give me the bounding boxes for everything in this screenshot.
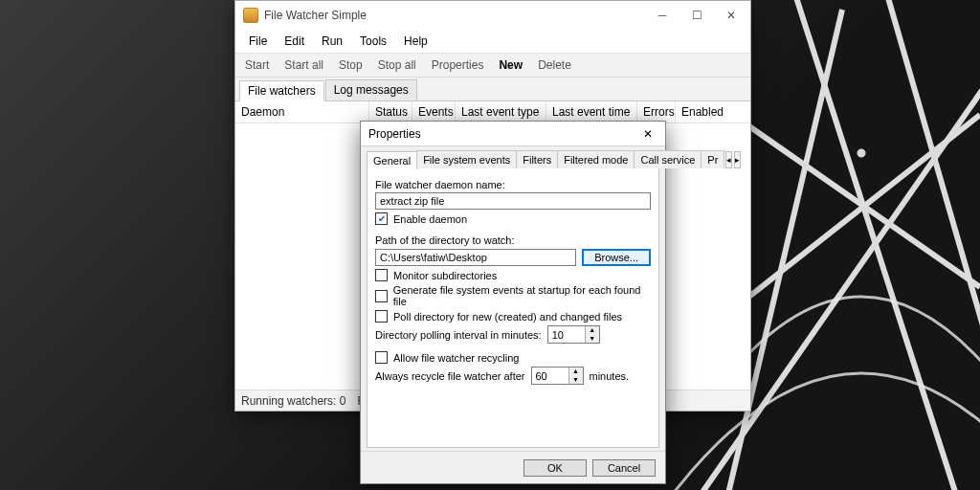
- menubar: File Edit Run Tools Help: [235, 30, 750, 54]
- tab-scroll-right-icon[interactable]: ▸: [734, 151, 741, 168]
- dlg-tab-call-service[interactable]: Call service: [634, 150, 702, 168]
- dialog-tabs: General File system events Filters Filte…: [361, 146, 665, 168]
- main-tabs: File watchers Log messages: [235, 78, 750, 100]
- col-last-type[interactable]: Last event type: [456, 101, 546, 122]
- menu-help[interactable]: Help: [396, 32, 435, 51]
- col-errors[interactable]: Errors: [637, 101, 676, 122]
- tab-log-messages[interactable]: Log messages: [325, 79, 417, 100]
- tab-scroll-left-icon[interactable]: ◂: [725, 151, 732, 168]
- dlg-tab-more[interactable]: Pr: [701, 150, 724, 168]
- chevron-up-icon[interactable]: ▲: [569, 368, 583, 376]
- dialog-titlebar: Properties ✕: [361, 122, 665, 146]
- allow-recycling-label: Allow file watcher recycling: [393, 352, 519, 364]
- poll-interval-spinner[interactable]: ▲▼: [547, 325, 600, 344]
- recycle-after-unit: minutes.: [590, 370, 630, 382]
- path-label: Path of the directory to watch:: [375, 234, 651, 246]
- cancel-button[interactable]: Cancel: [592, 459, 656, 477]
- monitor-sub-label: Monitor subdirectories: [393, 270, 497, 281]
- dlg-tab-general[interactable]: General: [367, 151, 417, 169]
- col-events[interactable]: Events: [412, 101, 456, 122]
- dlg-tab-filters[interactable]: Filters: [516, 150, 558, 168]
- tool-delete[interactable]: Delete: [531, 56, 578, 74]
- col-daemon[interactable]: Daemon: [235, 101, 369, 122]
- tool-stop-all[interactable]: Stop all: [371, 56, 423, 74]
- chevron-down-icon[interactable]: ▼: [586, 335, 599, 344]
- ok-button[interactable]: OK: [523, 459, 587, 477]
- enable-daemon-label: Enable daemon: [393, 213, 467, 225]
- window-title: File Watcher Simple: [264, 9, 645, 22]
- poll-label: Poll directory for new (created) and cha…: [393, 311, 622, 323]
- path-input[interactable]: [375, 249, 576, 266]
- allow-recycling-checkbox[interactable]: [375, 351, 388, 364]
- menu-run[interactable]: Run: [314, 32, 350, 51]
- recycle-after-label: Always recycle file watcher after: [375, 370, 525, 382]
- gen-events-checkbox[interactable]: [375, 290, 388, 302]
- browse-button[interactable]: Browse...: [582, 249, 651, 266]
- poll-interval-input[interactable]: [548, 326, 585, 343]
- toolbar: Start Start all Stop Stop all Properties…: [235, 54, 750, 78]
- dialog-close-button[interactable]: ✕: [633, 122, 663, 145]
- menu-edit[interactable]: Edit: [277, 32, 312, 51]
- minimize-button[interactable]: ─: [645, 2, 679, 29]
- recycle-after-spinner[interactable]: ▲▼: [531, 367, 584, 385]
- tool-properties[interactable]: Properties: [425, 56, 491, 74]
- titlebar: File Watcher Simple ─ ☐ ✕: [235, 1, 750, 30]
- properties-dialog: Properties ✕ General File system events …: [360, 121, 666, 484]
- close-button[interactable]: ✕: [714, 2, 748, 29]
- dialog-title: Properties: [368, 127, 633, 141]
- chevron-up-icon[interactable]: ▲: [586, 326, 599, 335]
- chevron-down-icon[interactable]: ▼: [569, 376, 583, 385]
- menu-file[interactable]: File: [241, 32, 275, 51]
- menu-tools[interactable]: Tools: [352, 32, 394, 51]
- app-icon: [243, 8, 258, 23]
- daemon-name-input[interactable]: [375, 192, 651, 210]
- dlg-tab-fs-events[interactable]: File system events: [416, 150, 517, 168]
- maximize-button[interactable]: ☐: [679, 2, 714, 29]
- tool-new[interactable]: New: [492, 56, 529, 74]
- tool-start-all[interactable]: Start all: [278, 56, 330, 74]
- recycle-after-input[interactable]: [532, 368, 568, 384]
- dialog-body: File watcher daemon name: ✔ Enable daemo…: [367, 168, 659, 448]
- gen-events-label: Generate file system events at startup f…: [393, 284, 651, 307]
- enable-daemon-checkbox[interactable]: ✔: [375, 212, 388, 225]
- col-last-time[interactable]: Last event time: [546, 101, 637, 122]
- dialog-footer: OK Cancel: [361, 451, 665, 483]
- col-enabled[interactable]: Enabled: [676, 101, 750, 122]
- tool-stop[interactable]: Stop: [332, 56, 369, 74]
- dlg-tab-filtered-mode[interactable]: Filtered mode: [557, 150, 635, 168]
- daemon-name-label: File watcher daemon name:: [375, 179, 651, 190]
- poll-interval-label: Directory polling interval in minutes:: [375, 329, 542, 341]
- status-running: Running watchers: 0: [241, 394, 345, 408]
- svg-line-3: [880, 0, 980, 402]
- col-status[interactable]: Status: [369, 101, 412, 122]
- tab-file-watchers[interactable]: File watchers: [239, 80, 324, 101]
- monitor-sub-checkbox[interactable]: [375, 269, 388, 281]
- tool-start[interactable]: Start: [238, 56, 276, 74]
- poll-checkbox[interactable]: [375, 310, 388, 323]
